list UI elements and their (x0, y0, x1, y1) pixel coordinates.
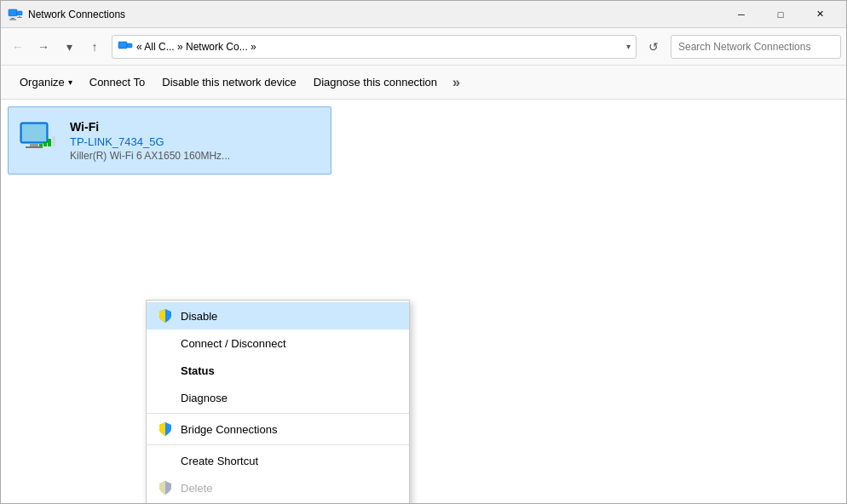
more-button[interactable]: » (446, 75, 467, 90)
context-menu: Disable Connect / Disconnect Status Diag… (146, 300, 410, 503)
menu-label-shortcut: Create Shortcut (181, 455, 258, 467)
address-bar[interactable]: « All C... » Network Co... » ▾ (112, 35, 637, 59)
svg-rect-0 (9, 9, 17, 16)
separator-2 (147, 444, 409, 445)
disable-device-label: Disable this network device (162, 76, 297, 89)
wifi-network-item[interactable]: Wi-Fi TP-LINK_7434_5G Killer(R) Wi-Fi 6 … (8, 106, 331, 175)
address-text: « All C... » Network Co... » (136, 41, 623, 53)
menu-item-rename[interactable]: Rename (147, 501, 409, 503)
title-bar-controls: ─ □ ✕ (722, 1, 839, 28)
refresh-icon: ↺ (648, 40, 659, 54)
up-icon: ↑ (92, 40, 98, 54)
menu-item-diagnose[interactable]: Diagnose (147, 384, 409, 411)
menu-item-status[interactable]: Status (147, 357, 409, 384)
toolbar: Organize ▾ Connect To Disable this netwo… (1, 66, 846, 100)
search-input[interactable] (671, 35, 841, 59)
svg-rect-17 (52, 136, 55, 146)
organize-button[interactable]: Organize ▾ (11, 66, 81, 100)
title-bar-text: Network Connections (28, 9, 125, 20)
forward-button[interactable]: → (32, 35, 55, 59)
svg-rect-9 (127, 43, 132, 48)
address-dropdown-button[interactable]: ▾ (626, 42, 631, 51)
content-area: Wi-Fi TP-LINK_7434_5G Killer(R) Wi-Fi 6 … (1, 100, 846, 503)
address-bar-icon (118, 39, 133, 54)
chevron-down-icon: ▾ (66, 40, 72, 54)
menu-label-disable: Disable (181, 310, 217, 323)
nav-bar: ← → ▾ ↑ « All C... » Network Co... » ▾ ↺ (1, 28, 846, 66)
up-button[interactable]: ↑ (83, 35, 107, 59)
svg-rect-4 (17, 11, 22, 15)
separator-1 (147, 413, 409, 414)
menu-label-status: Status (181, 364, 215, 377)
svg-rect-6 (19, 16, 20, 17)
shield-icon-disable (157, 307, 174, 324)
menu-item-bridge[interactable]: Bridge Connections (147, 415, 409, 443)
svg-rect-8 (118, 42, 127, 49)
menu-item-disable[interactable]: Disable (147, 302, 409, 329)
disable-device-button[interactable]: Disable this network device (153, 66, 305, 100)
menu-label-connect: Connect / Disconnect (181, 337, 286, 350)
title-bar-icon (8, 7, 23, 22)
minimize-button[interactable]: ─ (722, 1, 761, 28)
svg-rect-14 (39, 144, 43, 146)
back-button[interactable]: ← (6, 35, 30, 59)
back-icon: ← (12, 40, 24, 54)
forward-icon: → (37, 40, 49, 54)
network-adapter: Killer(R) Wi-Fi 6 AX1650 160MHz... (70, 150, 230, 162)
connect-to-button[interactable]: Connect To (81, 66, 154, 100)
recent-button[interactable]: ▾ (57, 35, 81, 59)
svg-rect-13 (26, 146, 43, 148)
title-bar: Network Connections ─ □ ✕ (1, 1, 846, 28)
svg-rect-12 (30, 143, 38, 146)
diagnose-button[interactable]: Diagnose this connection (305, 66, 446, 100)
maximize-button[interactable]: □ (761, 1, 800, 28)
network-icon-area (17, 119, 60, 162)
svg-rect-16 (48, 139, 51, 146)
main-window: Network Connections ─ □ ✕ ← → ▾ ↑ « All … (0, 0, 847, 504)
menu-item-connect-disconnect[interactable]: Connect / Disconnect (147, 329, 409, 357)
menu-item-delete: Delete (147, 474, 409, 501)
svg-rect-15 (43, 141, 47, 146)
diagnose-label: Diagnose this connection (314, 76, 437, 89)
organize-chevron-icon: ▾ (68, 77, 72, 87)
refresh-button[interactable]: ↺ (642, 35, 666, 59)
network-name: Wi-Fi (70, 120, 230, 134)
connect-to-label: Connect To (89, 76, 146, 89)
svg-rect-3 (9, 19, 16, 20)
svg-rect-5 (18, 15, 21, 16)
close-button[interactable]: ✕ (800, 1, 839, 28)
svg-rect-7 (17, 17, 22, 18)
svg-rect-1 (9, 16, 16, 18)
shield-icon-bridge (157, 421, 174, 438)
menu-label-bridge: Bridge Connections (181, 423, 277, 436)
menu-item-shortcut[interactable]: Create Shortcut (147, 447, 409, 474)
organize-label: Organize (20, 76, 65, 89)
menu-label-diagnose: Diagnose (181, 392, 228, 404)
shield-icon-delete (157, 479, 174, 496)
network-info: Wi-Fi TP-LINK_7434_5G Killer(R) Wi-Fi 6 … (70, 120, 230, 162)
menu-label-delete: Delete (181, 482, 213, 495)
computer-icon (17, 119, 58, 160)
svg-rect-2 (11, 18, 14, 20)
svg-rect-11 (22, 124, 46, 141)
network-ssid: TP-LINK_7434_5G (70, 135, 230, 148)
